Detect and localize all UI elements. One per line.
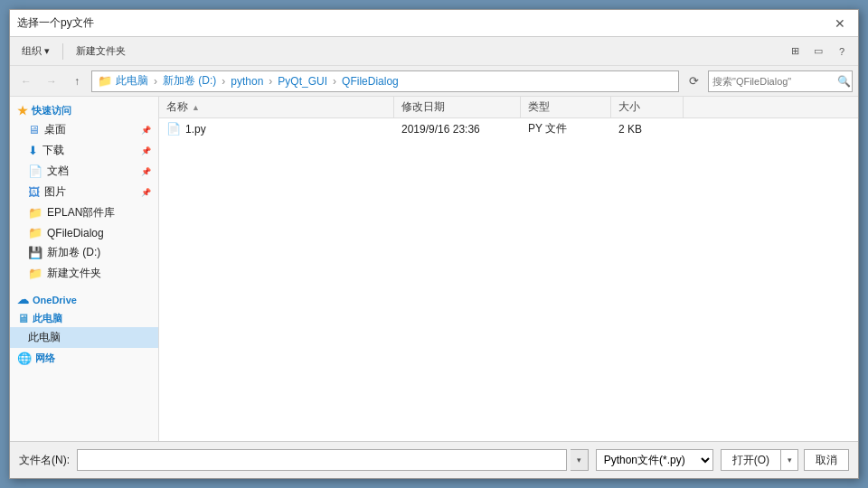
- file-date-cell: 2019/9/16 23:36: [394, 118, 521, 139]
- network-icon: 🌐: [17, 352, 32, 365]
- file-date: 2019/9/16 23:36: [401, 123, 480, 136]
- file-type-cell: PY 文件: [521, 118, 611, 139]
- column-name-header[interactable]: 名称 ▲: [159, 97, 394, 117]
- path-folder-icon: 📁: [98, 74, 112, 88]
- action-buttons: 打开(O) ▾ 取消: [721, 449, 849, 471]
- back-button[interactable]: ←: [15, 70, 37, 92]
- breadcrumb-python[interactable]: python: [231, 75, 263, 88]
- cloud-icon: ☁: [17, 293, 29, 306]
- sidebar-item-label: 此电脑: [28, 330, 61, 345]
- filename-input-wrap: ▾: [77, 449, 589, 471]
- address-path-box[interactable]: 📁 此电脑 › 新加卷 (D:) › python › PyQt_GUI › Q…: [91, 70, 679, 92]
- toolbar: 组织 ▾ 新建文件夹 ⊞ ▭ ?: [10, 37, 858, 66]
- help-button[interactable]: ?: [831, 42, 853, 61]
- column-name-label: 名称: [166, 99, 188, 115]
- breadcrumb-qfiledialog[interactable]: QFileDialog: [342, 75, 399, 88]
- title-bar: 选择一个py文件 ✕: [10, 10, 858, 37]
- open-button-arrow[interactable]: ▾: [780, 449, 798, 471]
- onedrive-header[interactable]: ☁ OneDrive: [10, 289, 158, 308]
- bottom-bar: 文件名(N): ▾ Python文件(*.py) 打开(O) ▾ 取消: [10, 441, 858, 478]
- pin-icon: 📌: [141, 188, 151, 197]
- search-box: 🔍: [708, 70, 853, 92]
- panel-view-button[interactable]: ▭: [807, 42, 829, 61]
- forward-button[interactable]: →: [41, 70, 62, 92]
- sidebar-item-downloads[interactable]: ⬇ 下载 📌: [10, 140, 158, 161]
- filetype-select[interactable]: Python文件(*.py): [596, 449, 713, 471]
- sidebar-item-label: 下载: [42, 143, 64, 158]
- sort-arrow: ▲: [192, 103, 200, 112]
- filename-label: 文件名(N):: [19, 453, 70, 468]
- pin-icon: 📌: [141, 167, 151, 176]
- pin-icon: 📌: [141, 126, 151, 135]
- sidebar-item-drive-d[interactable]: 💾 新加卷 (D:): [10, 242, 158, 263]
- cancel-button[interactable]: 取消: [804, 449, 849, 471]
- open-button[interactable]: 打开(O): [721, 449, 780, 471]
- onedrive-label: OneDrive: [33, 295, 77, 305]
- file-type: PY 文件: [528, 121, 567, 136]
- breadcrumb-pc[interactable]: 此电脑: [116, 73, 148, 89]
- quick-access-label: 快速访问: [32, 104, 71, 117]
- network-label: 网络: [35, 352, 55, 365]
- sidebar-item-thispc[interactable]: 此电脑: [10, 327, 158, 348]
- dialog-title: 选择一个py文件: [17, 15, 829, 31]
- file-dialog: 选择一个py文件 ✕ 组织 ▾ 新建文件夹 ⊞ ▭ ? ← → ↑ 📁 此电脑 …: [9, 9, 859, 479]
- folder-icon: 📁: [28, 267, 42, 280]
- sidebar-item-label: 桌面: [44, 122, 66, 137]
- filename-input[interactable]: [77, 449, 567, 471]
- filename-dropdown-button[interactable]: ▾: [571, 449, 589, 471]
- up-button[interactable]: ↑: [66, 70, 88, 92]
- quick-access-header[interactable]: ★ 快速访问: [10, 100, 158, 119]
- file-size: 2 KB: [618, 123, 642, 136]
- address-bar: ← → ↑ 📁 此电脑 › 新加卷 (D:) › python › PyQt_G…: [10, 66, 858, 97]
- file-area: 名称 ▲ 修改日期 类型 大小 📄 1.py: [159, 97, 858, 441]
- drive-icon: 💾: [28, 246, 42, 259]
- sidebar: ★ 快速访问 🖥 桌面 📌 ⬇ 下载 📌 📄 文档 📌 🖼 图片 �: [10, 97, 159, 441]
- document-icon: 📄: [28, 164, 42, 178]
- sidebar-item-eplan[interactable]: 📁 EPLAN部件库: [10, 202, 158, 223]
- sidebar-item-label: 新加卷 (D:): [47, 245, 100, 260]
- search-icon: 🔍: [837, 75, 851, 88]
- sidebar-item-qfiledialog[interactable]: 📁 QFileDialog: [10, 223, 158, 242]
- sidebar-item-label: 新建文件夹: [47, 266, 101, 281]
- view-options: ⊞ ▭ ?: [784, 42, 853, 61]
- pc-icon: 🖥: [17, 312, 29, 325]
- folder-icon: 📁: [28, 206, 42, 220]
- toolbar-separator: [62, 43, 63, 60]
- download-icon: ⬇: [28, 144, 38, 157]
- column-type-label: 类型: [528, 99, 550, 115]
- network-header[interactable]: 🌐 网络: [10, 348, 158, 367]
- pin-icon: 📌: [141, 146, 151, 155]
- file-name-cell: 📄 1.py: [159, 118, 394, 139]
- sidebar-item-desktop[interactable]: 🖥 桌面 📌: [10, 119, 158, 140]
- grid-view-button[interactable]: ⊞: [784, 42, 806, 61]
- thispc-header[interactable]: 🖥 此电脑: [10, 308, 158, 327]
- column-date-header[interactable]: 修改日期: [394, 97, 521, 117]
- close-button[interactable]: ✕: [829, 13, 851, 34]
- column-date-label: 修改日期: [401, 99, 445, 115]
- breadcrumb-drive[interactable]: 新加卷 (D:): [163, 73, 216, 89]
- file-list-header: 名称 ▲ 修改日期 类型 大小: [159, 97, 858, 118]
- column-size-header[interactable]: 大小: [611, 97, 684, 117]
- sidebar-item-documents[interactable]: 📄 文档 📌: [10, 161, 158, 182]
- filetype-select-wrap: Python文件(*.py): [596, 449, 713, 471]
- refresh-button[interactable]: ⟳: [683, 70, 704, 92]
- folder-icon: 📁: [28, 226, 42, 239]
- main-area: ★ 快速访问 🖥 桌面 📌 ⬇ 下载 📌 📄 文档 📌 🖼 图片 �: [10, 97, 858, 441]
- desktop-icon: 🖥: [28, 123, 40, 136]
- new-folder-button[interactable]: 新建文件夹: [70, 42, 132, 61]
- column-size-label: 大小: [618, 99, 640, 115]
- star-icon: ★: [17, 104, 28, 117]
- organize-button[interactable]: 组织 ▾: [15, 42, 56, 61]
- column-type-header[interactable]: 类型: [521, 97, 611, 117]
- file-list-body: 📄 1.py 2019/9/16 23:36 PY 文件 2 KB: [159, 118, 858, 441]
- search-input[interactable]: [712, 76, 837, 87]
- pc-label: 此电脑: [33, 312, 62, 325]
- file-name: 1.py: [185, 123, 206, 136]
- sidebar-item-label: EPLAN部件库: [47, 205, 115, 221]
- file-row-1[interactable]: 📄 1.py 2019/9/16 23:36 PY 文件 2 KB: [159, 118, 858, 140]
- file-size-cell: 2 KB: [611, 118, 684, 139]
- sidebar-item-pictures[interactable]: 🖼 图片 📌: [10, 182, 158, 202]
- breadcrumb-pyqtgui[interactable]: PyQt_GUI: [278, 75, 327, 88]
- sidebar-item-new-folder[interactable]: 📁 新建文件夹: [10, 263, 158, 284]
- pictures-icon: 🖼: [28, 185, 40, 199]
